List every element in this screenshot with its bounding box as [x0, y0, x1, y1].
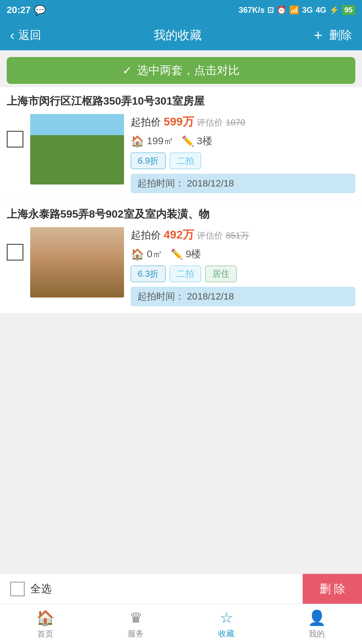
tab-service[interactable]: ♛ 服务: [90, 604, 181, 644]
header-delete-button[interactable]: 删除: [329, 28, 352, 43]
listing-item: 上海市闵行区江枢路350弄10号301室房屋 起拍价 599万 评估价 1070…: [0, 87, 362, 200]
clock-icon: ⏰: [277, 5, 287, 15]
service-tab-icon: ♛: [129, 609, 142, 626]
add-button[interactable]: +: [314, 27, 322, 44]
listing-checkbox-2[interactable]: [7, 244, 23, 261]
tab-bar: 🏠 首页 ♛ 服务 ☆ 收藏 👤 我的: [0, 604, 362, 644]
date-label-1: 起拍时间：: [137, 178, 184, 189]
listing-info-1: 起拍价 599万 评估价 1070 🏠 199㎡ ✏️ 3楼: [131, 114, 355, 193]
tab-home[interactable]: 🏠 首页: [0, 604, 90, 644]
back-button[interactable]: ‹ 返回: [10, 28, 41, 43]
tags-row-1: 6.9折 二拍: [131, 153, 355, 169]
start-price-1: 599万: [164, 115, 194, 128]
price-row-1: 起拍价 599万 评估价 1070: [131, 114, 355, 129]
service-tab-label: 服务: [128, 628, 144, 639]
listing-info-2: 起拍价 492万 评估价 851万 🏠 0㎡ ✏️ 9楼 6.: [131, 227, 355, 306]
estimate-price-2: 851万: [226, 230, 249, 240]
date-row-1: 起拍时间： 2018/12/18: [131, 174, 355, 193]
date-row-2: 起拍时间： 2018/12/18: [131, 287, 355, 306]
signal-4g-icon: 4G: [316, 5, 326, 15]
copy-icon: ⊡: [267, 5, 274, 15]
compare-banner[interactable]: ✓ 选中两套，点击对比: [7, 57, 355, 84]
favorites-tab-label: 收藏: [218, 628, 234, 639]
listing-body-1: 起拍价 599万 评估价 1070 🏠 199㎡ ✏️ 3楼: [7, 114, 355, 193]
tag-type-2: 居住: [205, 266, 237, 282]
back-label: 返回: [18, 28, 41, 43]
delete-button[interactable]: 删 除: [303, 574, 362, 604]
header: ‹ 返回 我的收藏 + 删除: [0, 20, 362, 50]
battery-level: 95: [342, 5, 355, 15]
listing-item-2: 上海永泰路595弄8号902室及室内装潢、物 起拍价 492万 评估价 851万…: [0, 200, 362, 313]
select-all-checkbox[interactable]: [10, 582, 25, 596]
status-time: 20:27: [7, 5, 31, 15]
profile-tab-icon: 👤: [308, 609, 326, 627]
listing-image-2[interactable]: [30, 227, 124, 298]
status-app-icon: 💬: [34, 5, 46, 16]
date-value-1: 2018/12/18: [187, 178, 234, 189]
tab-profile[interactable]: 👤 我的: [272, 604, 362, 644]
date-value-2: 2018/12/18: [187, 291, 234, 302]
estimate-label-2: 评估价: [197, 230, 223, 240]
status-right: 367K/s ⊡ ⏰ 📶 3G 4G ⚡ 95: [239, 5, 355, 15]
home-tab-icon: 🏠: [36, 609, 55, 627]
profile-tab-label: 我的: [309, 629, 325, 639]
listing-title-2: 上海永泰路595弄8号902室及室内装潢、物: [7, 207, 355, 222]
floor-value-1: 3楼: [197, 134, 213, 148]
home-icon-1: 🏠: [131, 135, 144, 148]
listing-body-2: 起拍价 492万 评估价 851万 🏠 0㎡ ✏️ 9楼 6.: [7, 227, 355, 306]
listing-checkbox-1[interactable]: [7, 131, 23, 148]
home-tab-label: 首页: [37, 629, 53, 639]
listing-image-1[interactable]: [30, 114, 124, 184]
back-chevron-icon: ‹: [10, 28, 14, 43]
date-label-2: 起拍时间：: [137, 291, 184, 302]
tag-auction-2: 二拍: [170, 266, 201, 282]
status-bar: 20:27 💬 367K/s ⊡ ⏰ 📶 3G 4G ⚡ 95: [0, 0, 362, 20]
tab-favorites[interactable]: ☆ 收藏: [181, 604, 272, 644]
select-all-control[interactable]: 全选: [0, 582, 52, 596]
start-price-2: 492万: [164, 228, 194, 241]
wifi-icon: 📶: [289, 5, 299, 15]
area-item-2: 🏠 0㎡: [131, 247, 163, 261]
bottom-action-bar: 全选 删 除: [0, 574, 362, 604]
tags-row-2: 6.3折 二拍 居住: [131, 266, 355, 282]
area-value-1: 199㎡: [147, 134, 174, 148]
listings-container: 上海市闵行区江枢路350弄10号301室房屋 起拍价 599万 评估价 1070…: [0, 87, 362, 313]
listing-title-1: 上海市闵行区江枢路350弄10号301室房屋: [7, 94, 355, 109]
estimate-price-1: 1070: [226, 117, 245, 127]
area-value-2: 0㎡: [147, 247, 163, 261]
floor-value-2: 9楼: [186, 247, 201, 261]
tag-auction-1: 二拍: [170, 153, 201, 169]
floor-item-1: ✏️ 3楼: [182, 134, 213, 148]
start-price-label-2: 起拍价: [131, 229, 161, 240]
signal-3g-icon: 3G: [302, 5, 313, 15]
pencil-icon-1: ✏️: [182, 135, 194, 147]
select-all-label: 全选: [30, 582, 52, 596]
price-row-2: 起拍价 492万 评估价 851万: [131, 227, 355, 243]
check-icon: ✓: [122, 64, 132, 77]
status-left: 20:27 💬: [7, 5, 46, 16]
favorites-tab-icon: ☆: [220, 609, 233, 626]
estimate-label-1: 评估价: [197, 117, 223, 127]
empty-area: [0, 313, 362, 481]
header-actions: + 删除: [314, 27, 352, 44]
page-title: 我的收藏: [154, 27, 202, 44]
pencil-icon-2: ✏️: [171, 248, 183, 260]
tag-discount-2: 6.3折: [131, 266, 166, 282]
tag-discount-1: 6.9折: [131, 153, 166, 169]
bolt-icon: ⚡: [329, 5, 339, 15]
network-speed: 367K/s: [239, 5, 264, 15]
floor-item-2: ✏️ 9楼: [171, 247, 201, 261]
area-item-1: 🏠 199㎡: [131, 134, 174, 148]
home-icon-2: 🏠: [131, 248, 144, 261]
meta-row-2: 🏠 0㎡ ✏️ 9楼: [131, 247, 355, 261]
start-price-label-1: 起拍价: [131, 116, 161, 127]
meta-row-1: 🏠 199㎡ ✏️ 3楼: [131, 134, 355, 148]
compare-label: 选中两套，点击对比: [137, 63, 240, 78]
